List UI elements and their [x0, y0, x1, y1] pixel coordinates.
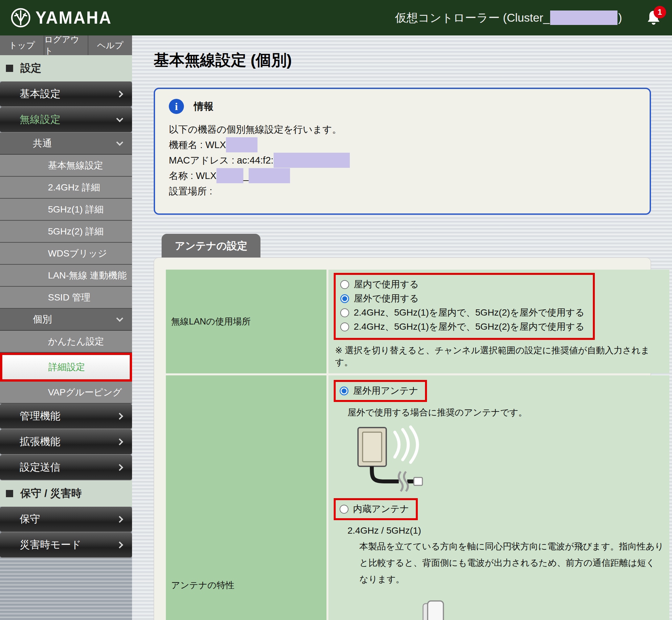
wlan-usage-location-cell: 屋内で使用する 屋外で使用する 2.4GHz、5GHz(1)を屋内で、5GHz(… [328, 270, 669, 373]
chevron-down-icon [116, 315, 123, 322]
radio-icon[interactable] [340, 280, 349, 289]
info-heading: 情報 [194, 100, 213, 113]
antenna-settings-tab: アンテナの設定 [162, 234, 260, 257]
chevron-right-icon [116, 438, 123, 445]
yamaha-logo: YAMAHA [10, 7, 112, 29]
radio-selected-icon[interactable] [340, 386, 349, 395]
sidebar-item-easy-setup[interactable]: かんたん設定 [0, 331, 132, 353]
info-intro: 以下の機器の個別無線設定を行います。 [169, 122, 636, 137]
sidebar-item-5ghz2-detail[interactable]: 5GHz(2) 詳細 [0, 221, 132, 243]
sidebar-section-maintenance-disaster: 保守 / 災害時 [0, 480, 132, 507]
usage-location-radio-group-annotation: 屋内で使用する 屋外で使用する 2.4GHz、5GHz(1)を屋内で、5GHz(… [334, 273, 595, 340]
radio-option-outdoor-24-5g1-indoor-5g2[interactable]: 2.4GHz、5GHz(1)を屋外で、5GHz(2)を屋内で使用する [340, 320, 584, 334]
outdoor-antenna-illustration [353, 425, 438, 492]
section-square-icon [6, 65, 13, 72]
chevron-down-icon [116, 139, 123, 146]
sidebar-item-lan-wireless-link[interactable]: LAN-無線 連動機能 [0, 265, 132, 287]
radio-option-outdoor[interactable]: 屋外で使用する [340, 292, 584, 306]
redacted-device-name-1 [216, 168, 243, 183]
sidebar: トップ ログアウト ヘルプ 設定 基本設定 無線設定 共通 基本無線設定 2.4… [0, 36, 132, 620]
sidebar-item-management-functions[interactable]: 管理機能 [0, 404, 132, 429]
info-name-line: 名称 : WLX_ [169, 168, 636, 184]
chevron-right-icon [116, 464, 123, 471]
sidebar-item-individual[interactable]: 個別 [0, 309, 132, 331]
virtual-controller-title: 仮想コントローラー (Cluster_) [395, 10, 622, 25]
internal-antenna-option-annotation: 内蔵アンテナ [334, 498, 418, 520]
chevron-right-icon [116, 90, 123, 97]
redacted-cluster-name [550, 10, 617, 25]
sidebar-item-wireless-settings[interactable]: 無線設定 [0, 107, 132, 133]
info-location-line: 設置場所 : [169, 184, 636, 199]
chevron-down-icon [116, 115, 123, 122]
info-box: i 情報 以下の機器の個別無線設定を行います。 機種名 : WLX MACアドレ… [154, 88, 651, 215]
yamaha-logo-text: YAMAHA [36, 8, 112, 28]
radio-option-internal-antenna[interactable]: 内蔵アンテナ [340, 502, 409, 516]
sidebar-section-settings: 設定 [0, 55, 132, 82]
radio-option-indoor-24-5g1-outdoor-5g2[interactable]: 2.4GHz、5GHz(1)を屋内で、5GHz(2)を屋外で使用する [340, 306, 584, 320]
notification-badge: 1 [654, 6, 666, 18]
sidebar-item-extended-functions[interactable]: 拡張機能 [0, 429, 132, 455]
radio-icon[interactable] [340, 505, 349, 514]
outdoor-antenna-description: 屋外で使用する場合に推奨のアンテナです。 [348, 407, 664, 418]
main-content: 基本無線設定 (個別) i 情報 以下の機器の個別無線設定を行います。 機種名 … [132, 36, 672, 620]
sidebar-item-basic-settings[interactable]: 基本設定 [0, 82, 132, 107]
app-header: YAMAHA 仮想コントローラー (Cluster_) 1 [0, 0, 672, 36]
chevron-right-icon [116, 516, 123, 522]
chevron-right-icon [116, 541, 123, 548]
row-label-wlan-usage-location: 無線LANの使用場所 [166, 270, 326, 373]
info-model-line: 機種名 : WLX [169, 137, 636, 153]
section-square-icon [6, 490, 13, 497]
sidebar-item-maintenance[interactable]: 保守 [0, 507, 132, 532]
sidebar-item-basic-wireless[interactable]: 基本無線設定 [0, 155, 132, 177]
sidebar-top-tabs: トップ ログアウト ヘルプ [0, 36, 132, 55]
tab-top[interactable]: トップ [0, 36, 44, 55]
sidebar-item-24ghz-detail[interactable]: 2.4GHz 詳細 [0, 177, 132, 199]
redacted-model-number [226, 137, 258, 152]
radio-selected-icon[interactable] [340, 294, 349, 303]
bell-icon [645, 22, 662, 27]
notification-bell-button[interactable]: 1 [645, 9, 662, 26]
sidebar-item-disaster-mode[interactable]: 災害時モード [0, 532, 132, 558]
band1-description: 本製品を立てている方向を軸に同心円状方向に電波が飛びます。指向性ありと比較すると… [359, 538, 664, 588]
radio-icon[interactable] [340, 308, 349, 317]
info-icon: i [169, 99, 184, 114]
sidebar-item-common[interactable]: 共通 [0, 133, 132, 155]
antenna-settings-panel: 無線LANの使用場所 屋内で使用する 屋外で使用する 2 [154, 257, 651, 620]
yamaha-tuning-fork-icon [10, 7, 32, 29]
redacted-device-name-2 [249, 168, 290, 183]
band1-title: 2.4GHz / 5GHz(1) [348, 525, 664, 536]
sidebar-item-wds-bridge[interactable]: WDSブリッジ [0, 243, 132, 265]
sidebar-item-send-settings[interactable]: 設定送信 [0, 455, 132, 480]
redacted-mac-address [273, 153, 350, 168]
channel-range-note: ※ 選択を切り替えると、チャンネル選択範囲の設定に推奨値が自動入力されます。 [335, 345, 664, 368]
sidebar-item-vap-grouping[interactable]: VAPグルーピング [0, 381, 132, 404]
sidebar-item-ssid-management[interactable]: SSID 管理 [0, 287, 132, 309]
page-title: 基本無線設定 (個別) [154, 50, 672, 70]
tab-help[interactable]: ヘルプ [88, 36, 132, 55]
radio-option-outdoor-antenna[interactable]: 屋外用アンテナ [340, 384, 418, 398]
outdoor-antenna-option-annotation: 屋外用アンテナ [334, 380, 427, 402]
antenna-characteristics-cell: 屋外用アンテナ 屋外で使用する場合に推奨のアンテナです。 [328, 375, 669, 620]
radio-option-indoor[interactable]: 屋内で使用する [340, 277, 584, 292]
sidebar-item-detailed-settings-selected[interactable]: 詳細設定 [0, 353, 132, 381]
tab-logout[interactable]: ログアウト [44, 36, 89, 55]
info-mac-line: MACアドレス : ac:44:f2: [169, 153, 636, 168]
chevron-right-icon [116, 412, 123, 419]
omni-antenna-illustration [373, 599, 498, 620]
sidebar-item-5ghz1-detail[interactable]: 5GHz(1) 詳細 [0, 199, 132, 221]
row-label-antenna-characteristics: アンテナの特性 [166, 375, 326, 620]
radio-icon[interactable] [340, 322, 349, 331]
